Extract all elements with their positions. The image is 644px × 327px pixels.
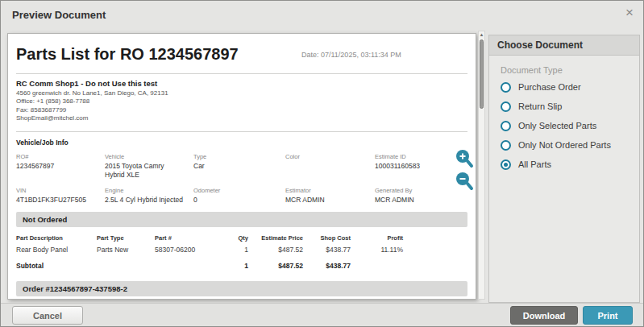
field-estimator: Estimator MCR ADMIN	[285, 187, 375, 205]
field-engine: Engine 2.5L 4 Cyl Hybrid Injected	[105, 187, 193, 205]
field-generated-by: Generated By MCR ADMIN	[375, 187, 467, 205]
download-button[interactable]: Download	[510, 306, 578, 325]
field-vin: VIN 4T1BD1FK3FU27F505	[16, 187, 105, 205]
subtotal-row: Subtotal 1 $487.52 $438.77	[16, 255, 405, 271]
dialog-footer: Cancel Download Print	[1, 303, 643, 326]
table-header-row: Part Description Part Type Part # Qty Es…	[16, 232, 405, 244]
radio-icon	[501, 121, 511, 131]
field-odometer: Odometer 0	[193, 187, 285, 205]
divider	[16, 131, 467, 132]
not-ordered-table: Part Description Part Type Part # Qty Es…	[16, 232, 405, 271]
shop-email: ShopEmail@mitchel.com	[16, 114, 467, 122]
document-title: Parts List for RO 1234567897	[16, 45, 239, 63]
vehicle-job-info-heading: Vehicle/Job Info	[16, 139, 467, 147]
field-color: Color	[285, 153, 375, 180]
close-icon[interactable]: ×	[625, 6, 634, 19]
radio-purchase-order[interactable]: Purchase Order	[501, 81, 639, 93]
document-preview-pane[interactable]: Parts List for RO 1234567897 Date: 07/11…	[7, 33, 476, 300]
choose-document-heading: Choose Document	[488, 35, 640, 56]
radio-icon	[501, 140, 511, 151]
order-section-header: Order #1234567897-437598-2	[16, 281, 467, 296]
choose-document-panel: Choose Document Document Type Purchase O…	[488, 35, 640, 300]
document-type-label: Document Type	[501, 65, 639, 75]
dialog-title: Preview Document	[12, 9, 106, 21]
scrollbar-thumb[interactable]	[480, 39, 484, 109]
field-type: Type Car	[193, 153, 285, 180]
field-vehicle: Vehicle 2015 Toyota Camry Hybrid XLE	[105, 153, 193, 180]
document-date: Date: 07/11/2025, 03:11:34 PM	[301, 51, 401, 59]
shop-office-phone: Office: +1 (858) 368-7788	[16, 97, 467, 106]
radio-all-parts[interactable]: All Parts	[501, 159, 639, 170]
preview-zoom-controls	[455, 148, 476, 193]
document-type-group: Document Type Purchase Order Return Slip…	[488, 56, 640, 303]
divider	[16, 73, 467, 74]
radio-icon	[501, 101, 511, 112]
radio-only-not-ordered-parts[interactable]: Only Not Ordered Parts	[501, 139, 639, 151]
shop-info: RC Comm Shop1 - Do not Use this test 456…	[16, 79, 467, 123]
cancel-button[interactable]: Cancel	[12, 306, 83, 325]
field-estimate-id: Estimate ID 100031160583	[375, 153, 467, 180]
shop-fax: Fax: 8583687799	[16, 106, 467, 114]
radio-icon	[501, 82, 511, 93]
not-ordered-section-header: Not Ordered	[16, 212, 467, 227]
shop-name: RC Comm Shop1 - Do not Use this test	[16, 79, 467, 88]
shop-address: 4560 greenwich dr. No Lane1, San Diego, …	[16, 89, 467, 97]
preview-document-dialog: Preview Document × Parts List for RO 123…	[0, 0, 644, 327]
table-row: Rear Body Panel Parts New 58307-06200 1 …	[16, 244, 405, 255]
radio-icon	[501, 159, 511, 170]
zoom-in-icon[interactable]	[455, 148, 474, 169]
document-page: Parts List for RO 1234567897 Date: 07/11…	[8, 34, 476, 300]
print-button[interactable]: Print	[583, 306, 633, 325]
field-ro-number: RO# 1234567897	[16, 153, 105, 180]
scroll-up-icon[interactable]: ▲	[479, 31, 484, 39]
preview-scrollbar[interactable]: ▲	[478, 31, 485, 300]
radio-only-selected-parts[interactable]: Only Selected Parts	[501, 120, 639, 131]
document-header: Parts List for RO 1234567897 Date: 07/11…	[16, 45, 467, 69]
vehicle-fields-row1: RO# 1234567897 Vehicle 2015 Toyota Camry…	[16, 153, 467, 180]
zoom-out-icon[interactable]	[455, 171, 474, 192]
radio-return-slip[interactable]: Return Slip	[501, 101, 639, 112]
vehicle-fields-row2: VIN 4T1BD1FK3FU27F505 Engine 2.5L 4 Cyl …	[16, 187, 467, 205]
dialog-titlebar: Preview Document ×	[1, 1, 643, 28]
